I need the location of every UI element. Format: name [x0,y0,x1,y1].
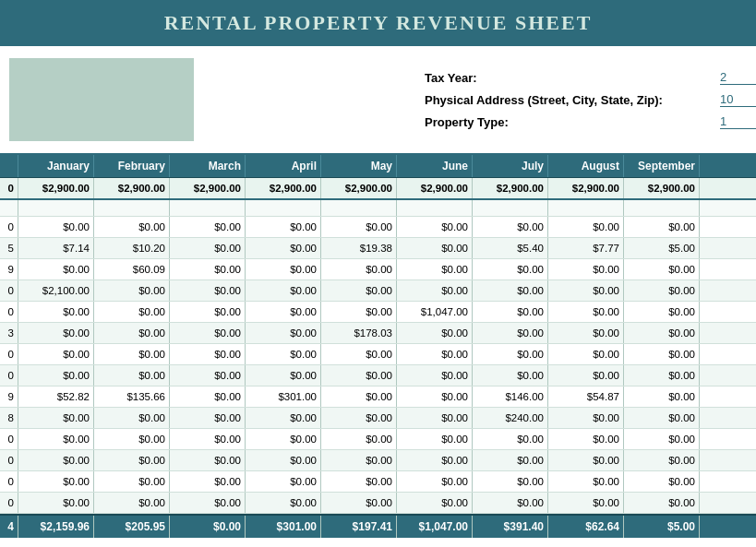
cell-mar: $0.00 [170,493,246,513]
header-sep: September [624,155,700,177]
cell-mar: $0.00 [170,302,246,322]
header-jul: July [473,155,548,177]
cell-jun: $0.00 [397,408,473,428]
cell-jul: $0.00 [473,344,548,364]
rent-jan: $2,900.00 [18,178,94,198]
footer-row: 4 $2,159.96 $205.95 $0.00 $301.00 $197.4… [0,514,756,538]
cell-sep: $0.00 [624,280,700,301]
cell-jul: $0.00 [473,429,548,449]
table-row: 3 $0.00 $0.00 $0.00 $0.00 $178.03 $0.00 … [0,323,756,344]
row-label: 0 [0,493,18,513]
cell-jun: $0.00 [397,238,473,258]
cell-jun: $0.00 [397,450,473,470]
cell-jan: $0.00 [18,259,94,279]
cell-jul: $0.00 [473,365,548,386]
cell-aug: $54.87 [548,386,624,407]
cell-aug: $0.00 [548,259,624,279]
cell-feb: $10.20 [94,238,170,258]
cell-jan: $0.00 [18,217,94,237]
cell-jan: $0.00 [18,302,94,322]
row-label: 3 [0,323,18,343]
footer-jan: $2,159.96 [18,516,94,538]
cell-jan: $2,100.00 [18,280,94,301]
address-row: Physical Address (Street, City, State, Z… [425,92,756,107]
header-feb: February [94,155,170,177]
cell-sep: $0.00 [624,450,700,470]
cell-apr: $0.00 [246,280,321,301]
cell-jul: $0.00 [473,493,548,513]
cell-may: $0.00 [321,344,397,364]
table-row: 0 $0.00 $0.00 $0.00 $0.00 $0.00 $0.00 $0… [0,217,756,238]
footer-may: $197.41 [321,516,397,538]
cell-apr: $0.00 [246,408,321,428]
cell-apr: $0.00 [246,259,321,279]
cell-jul: $0.00 [473,471,548,492]
row-label: 0 [0,365,18,386]
cell-mar: $0.00 [170,217,246,237]
cell-sep: $0.00 [624,217,700,237]
header-jan: January [18,155,94,177]
cell-mar: $0.00 [170,323,246,343]
rent-feb: $2,900.00 [94,178,170,198]
cell-jun: $0.00 [397,493,473,513]
cell-jan: $0.00 [18,344,94,364]
rent-jul: $2,900.00 [473,178,548,198]
cell-may: $178.03 [321,323,397,343]
cell-jul: $0.00 [473,217,548,237]
cell-jul: $0.00 [473,450,548,470]
row-label: 0 [0,217,18,237]
header-row-label [0,155,18,177]
rent-apr: $2,900.00 [246,178,321,198]
rent-mar: $2,900.00 [170,178,246,198]
property-type-label: Property Type: [425,115,720,129]
cell-mar: $0.00 [170,280,246,301]
table-row: 0 $2,100.00 $0.00 $0.00 $0.00 $0.00 $0.0… [0,280,756,302]
address-label: Physical Address (Street, City, State, Z… [425,93,720,107]
row-label: 5 [0,238,18,258]
header-apr: April [246,155,321,177]
table-row: 0 $0.00 $0.00 $0.00 $0.00 $0.00 $0.00 $0… [0,344,756,365]
cell-jul: $0.00 [473,323,548,343]
row-label: 0 [0,429,18,449]
cell-jan: $0.00 [18,408,94,428]
footer-jun: $1,047.00 [397,516,473,538]
cell-mar: $0.00 [170,386,246,407]
cell-jun: $0.00 [397,280,473,301]
table-row: 0 $0.00 $0.00 $0.00 $0.00 $0.00 $0.00 $0… [0,450,756,471]
page-title: Rental Property Revenue Sheet [0,0,756,46]
cell-apr: $0.00 [246,217,321,237]
cell-apr: $0.00 [246,493,321,513]
cell-may: $0.00 [321,386,397,407]
spacer-row [0,200,756,217]
cell-aug: $0.00 [548,408,624,428]
table-row: 8 $0.00 $0.00 $0.00 $0.00 $0.00 $0.00 $2… [0,408,756,429]
cell-aug: $0.00 [548,365,624,386]
cell-feb: $0.00 [94,471,170,492]
row-label: 0 [0,344,18,364]
tax-year-label: Tax Year: [425,71,720,85]
table-row: 0 $0.00 $0.00 $0.00 $0.00 $0.00 $0.00 $0… [0,429,756,450]
row-label: 8 [0,408,18,428]
cell-sep: $0.00 [624,259,700,279]
cell-aug: $0.00 [548,217,624,237]
cell-jan: $0.00 [18,429,94,449]
rent-aug: $2,900.00 [548,178,624,198]
rent-row-label: 0 [0,178,18,198]
cell-sep: $0.00 [624,344,700,364]
footer-label: 4 [0,516,18,538]
cell-jul: $0.00 [473,259,548,279]
cell-jun: $0.00 [397,259,473,279]
header-may: May [321,155,397,177]
cell-sep: $0.00 [624,365,700,386]
cell-apr: $0.00 [246,450,321,470]
cell-may: $19.38 [321,238,397,258]
cell-aug: $0.00 [548,280,624,301]
cell-jan: $0.00 [18,450,94,470]
cell-feb: $0.00 [94,323,170,343]
cell-apr: $301.00 [246,386,321,407]
cell-jun: $0.00 [397,365,473,386]
cell-sep: $0.00 [624,493,700,513]
cell-apr: $0.00 [246,302,321,322]
cell-apr: $0.00 [246,429,321,449]
row-label: 0 [0,302,18,322]
